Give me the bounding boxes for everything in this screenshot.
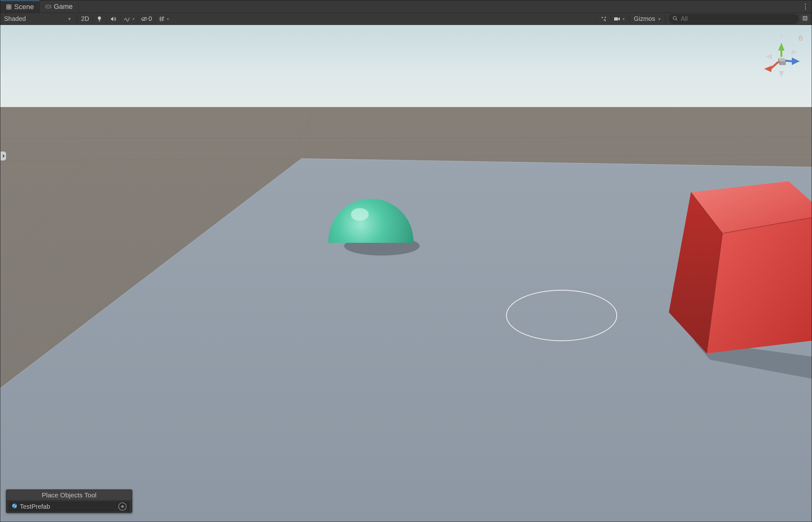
eye-off-icon (141, 17, 147, 21)
svg-rect-9 (804, 17, 806, 19)
chevron-down-icon: ▾ (167, 17, 169, 21)
chevron-down-icon: ▾ (658, 16, 661, 21)
svg-rect-5 (614, 17, 618, 21)
tab-game-label: Game (54, 2, 72, 11)
audio-icon (110, 16, 116, 21)
draw-mode-label: Shaded (4, 15, 26, 22)
scene-viewport[interactable]: y Persp Place Objects Tool TestPrefab (0, 25, 812, 522)
editor-window: Scene Game ⋮ Shaded ▼ 2D (0, 0, 812, 522)
tools-button[interactable] (597, 14, 610, 24)
scene-search-input[interactable] (681, 15, 795, 22)
svg-marker-26 (707, 218, 812, 354)
tab-scene[interactable]: Scene (0, 0, 40, 13)
scene-render (0, 25, 812, 522)
scene-toolbar: Shaded ▼ 2D ▾ (0, 13, 812, 25)
grid-icon (159, 16, 164, 22)
lightbulb-icon (97, 16, 102, 22)
prefab-object-field[interactable]: TestPrefab (9, 502, 129, 511)
2d-toggle-label: 2D (81, 15, 89, 22)
tools-icon (601, 16, 607, 22)
svg-point-2 (49, 6, 50, 7)
tab-scene-label: Scene (14, 3, 34, 11)
chevron-down-icon: ▼ (67, 16, 71, 21)
svg-point-6 (673, 16, 676, 20)
chevron-down-icon: ▾ (623, 17, 625, 21)
svg-marker-29 (779, 61, 786, 65)
svg-marker-30 (778, 43, 785, 51)
gizmos-dropdown[interactable]: Gizmos ▾ (630, 14, 664, 24)
tab-bar: Scene Game ⋮ (0, 0, 812, 13)
svg-line-35 (785, 61, 792, 61)
orientation-gizmo[interactable]: y Persp (759, 33, 804, 96)
camera-button[interactable]: ▾ (610, 14, 628, 24)
svg-line-7 (676, 19, 677, 21)
prefab-name: TestPrefab (20, 503, 50, 510)
prefab-icon (12, 503, 17, 510)
camera-icon (614, 17, 620, 21)
overlay-collapse-handle[interactable] (1, 151, 6, 161)
scene-icon (6, 4, 12, 10)
svg-marker-34 (792, 58, 800, 65)
hidden-objects-toggle[interactable]: 0 (138, 14, 155, 24)
toolbar-left: Shaded ▼ 2D ▾ (2, 14, 172, 24)
hidden-count: 0 (149, 15, 152, 22)
svg-marker-38 (766, 54, 772, 59)
maximize-icon (803, 16, 808, 22)
lock-icon (798, 35, 804, 42)
2d-toggle[interactable]: 2D (78, 14, 92, 24)
panel-title: Place Objects Tool (6, 490, 132, 501)
tab-game[interactable]: Game (40, 0, 79, 13)
axis-y-label: y (780, 33, 783, 39)
svg-marker-36 (779, 71, 784, 77)
place-objects-tool-panel[interactable]: Place Objects Tool TestPrefab (6, 489, 132, 513)
svg-rect-8 (803, 16, 807, 20)
toolbar-right: ▾ Gizmos ▾ (597, 14, 810, 24)
svg-rect-10 (0, 25, 812, 120)
svg-marker-37 (791, 49, 797, 55)
audio-toggle[interactable] (106, 14, 120, 24)
fx-icon (124, 16, 130, 21)
projection-label[interactable]: Persp (759, 88, 804, 96)
game-icon (45, 4, 51, 9)
svg-marker-32 (764, 66, 772, 72)
scene-search[interactable] (669, 14, 798, 24)
draw-mode-dropdown[interactable]: Shaded ▼ (2, 14, 75, 24)
svg-point-1 (47, 6, 48, 7)
gizmos-label: Gizmos (634, 15, 655, 22)
svg-line-33 (771, 62, 778, 68)
fx-toggle[interactable]: ▾ (120, 14, 138, 24)
svg-rect-0 (45, 5, 51, 8)
maximize-button[interactable] (800, 14, 810, 24)
search-icon (672, 15, 678, 22)
persp-icon (769, 90, 774, 95)
svg-rect-39 (799, 38, 802, 40)
svg-point-22 (351, 208, 369, 221)
prefab-row: TestPrefab (6, 501, 132, 513)
lighting-toggle[interactable] (92, 14, 106, 24)
tab-context-menu[interactable]: ⋮ (799, 0, 812, 13)
chevron-down-icon: ▾ (132, 17, 134, 21)
grid-snap-toggle[interactable]: ▾ (155, 14, 172, 24)
object-picker-button[interactable] (118, 502, 127, 510)
svg-marker-27 (778, 58, 786, 61)
